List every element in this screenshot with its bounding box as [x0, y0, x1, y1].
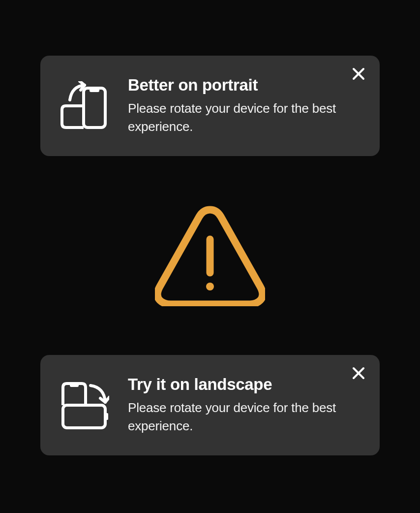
close-icon [352, 367, 365, 380]
warning-triangle-icon [155, 206, 265, 306]
toast-description: Please rotate your device for the best e… [128, 99, 336, 136]
orientation-toast-landscape: Try it on landscape Please rotate your d… [40, 355, 380, 455]
svg-rect-2 [61, 115, 63, 122]
svg-rect-1 [90, 88, 99, 92]
svg-rect-6 [105, 413, 108, 420]
svg-rect-7 [70, 384, 79, 387]
page-stage: Better on portrait Please rotate your de… [0, 0, 420, 513]
toast-text: Better on portrait Please rotate your de… [109, 76, 360, 136]
svg-rect-0 [84, 88, 105, 128]
rotate-to-portrait-icon [60, 81, 109, 130]
toast-description: Please rotate your device for the best e… [128, 399, 336, 435]
toast-text: Try it on landscape Please rotate your d… [109, 375, 360, 435]
close-icon [352, 67, 365, 80]
close-button[interactable] [351, 66, 366, 81]
toast-title: Better on portrait [128, 76, 336, 95]
svg-rect-5 [63, 405, 105, 428]
orientation-toast-portrait: Better on portrait Please rotate your de… [40, 56, 380, 156]
toast-title: Try it on landscape [128, 375, 336, 394]
rotate-to-landscape-icon [60, 381, 109, 430]
close-button[interactable] [351, 366, 366, 381]
svg-point-4 [206, 283, 214, 290]
